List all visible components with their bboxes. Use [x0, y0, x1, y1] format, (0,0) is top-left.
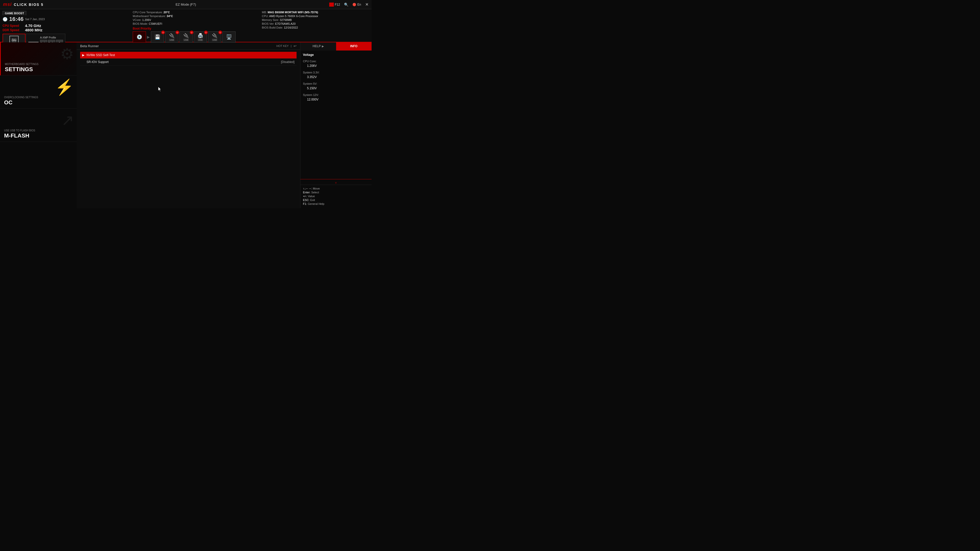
- help-tab-label: HELP: [313, 44, 321, 48]
- sys33-voltage: System 3.3V: 3.352V: [303, 70, 369, 79]
- sys5-voltage: System 5V: 5.150V: [303, 81, 369, 90]
- boot-device-1[interactable]: 💾 U: [151, 32, 164, 43]
- boot-badge-3: U: [190, 30, 193, 34]
- cpu-temp-label: CPU Core Temperature:: [133, 11, 163, 14]
- enter-help: Enter: Select: [303, 191, 369, 194]
- mb-temp-label: Motherboard Temperature:: [133, 14, 166, 17]
- sys5-label: System 5V:: [303, 82, 317, 85]
- boot-badge-2: U: [176, 30, 179, 34]
- panel-divider: [301, 179, 372, 179]
- hdd-icon: 🖥️: [226, 34, 232, 40]
- boot-device-6[interactable]: 🖥️: [222, 32, 235, 43]
- hot-key-label: HOT KEY: [277, 44, 289, 48]
- back-button[interactable]: ↩: [293, 44, 297, 48]
- usb-label-3: USB: [183, 38, 189, 41]
- main-layout: ⚙ Motherboard settings SETTINGS ⚡ Overcl…: [0, 42, 372, 208]
- boot-devices: 💿 ▶ 💾 U 🔌 USB U 🔌 USB U 🖨: [133, 32, 257, 43]
- oc-title: OC: [4, 99, 73, 106]
- memory-label: Memory Size:: [262, 18, 279, 21]
- usb-drive4-icon: 🔌: [212, 33, 218, 38]
- mflash-subtitle: Use USB to flash BIOS: [4, 129, 73, 132]
- usb-label-4: USB: [197, 38, 203, 41]
- dvd-icon: 💿: [137, 34, 142, 40]
- time-display: 16:46: [9, 16, 24, 22]
- panel-tabs: HELP ▶ INFO: [301, 42, 372, 51]
- move-help: ↑↓←→: Move: [303, 187, 369, 190]
- cpu-temp-value: 20°C: [164, 11, 170, 14]
- cpu-speed-label: CPU Speed: [3, 24, 23, 27]
- usb-label-5: USB: [212, 38, 218, 41]
- language-button[interactable]: 🔴 En: [352, 3, 361, 6]
- value-help: +/-: Value: [303, 195, 369, 198]
- menu-item-nvme[interactable]: ▶ NVMe SSD Self-Test: [80, 52, 297, 59]
- menu-item-sriov[interactable]: ▶ SR-IOV Support [Disabled]: [80, 59, 297, 65]
- screenshot-button[interactable]: F12: [329, 3, 340, 6]
- top-right-controls: F12 🔍 🔴 En ✕: [329, 2, 369, 7]
- ddr-speed-value: 4800 MHz: [25, 28, 42, 32]
- ez-mode-button[interactable]: EZ Mode (F7): [176, 3, 196, 6]
- help-tab-arrow: ▶: [322, 45, 324, 48]
- bios-mode-value: CSM/UEFI: [149, 22, 162, 25]
- boot-device-0[interactable]: 💿: [133, 32, 146, 43]
- flag-icon: 🔴: [352, 3, 356, 6]
- divider: |: [291, 44, 291, 48]
- cpu-core-v-value: 1.206V: [307, 64, 317, 68]
- boot-device-3[interactable]: 🔌 USB U: [180, 32, 192, 43]
- bios-ver-label: BIOS Ver:: [262, 22, 274, 25]
- arrow-icon-nvme: ▶: [82, 53, 84, 57]
- bios-build-label: BIOS Build Date:: [262, 26, 283, 29]
- boot-badge-4: U: [204, 30, 208, 34]
- boot-device-4[interactable]: 🖨️ USB U: [194, 32, 207, 43]
- speeds-section: CPU Speed 4.70 GHz DDR Speed 4800 MHz: [3, 24, 127, 32]
- bios-title: CLICK BIOS 5: [14, 3, 44, 6]
- ddr-speed-label: DDR Speed: [3, 28, 23, 32]
- content-header: Beta Runner HOT KEY | ↩: [76, 42, 300, 50]
- settings-subtitle: Motherboard settings: [5, 63, 73, 65]
- usb-label-2: USB: [169, 38, 175, 41]
- sys12-value: 12.000V: [307, 98, 318, 101]
- sys5-value: 5.150V: [307, 86, 317, 90]
- sriov-label: SR-IOV Support: [86, 60, 281, 64]
- close-button[interactable]: ✕: [365, 2, 369, 7]
- search-button[interactable]: 🔍: [344, 3, 348, 6]
- mb-temp-value: 34°C: [167, 14, 173, 17]
- mb-label: MB:: [262, 11, 267, 14]
- top-bar: msi CLICK BIOS 5 EZ Mode (F7) F12 🔍 🔴 En…: [0, 0, 372, 9]
- clock-icon: 🕐: [3, 17, 8, 22]
- tab-info[interactable]: INFO: [336, 42, 372, 51]
- boot-device-2[interactable]: 🔌 USB U: [165, 32, 178, 43]
- content-body: ▶ NVMe SSD Self-Test ▶ SR-IOV Support [D…: [76, 50, 300, 208]
- sidebar: ⚙ Motherboard settings SETTINGS ⚡ Overcl…: [0, 42, 76, 208]
- vcore-label: VCore:: [133, 18, 142, 21]
- settings-title: SETTINGS: [5, 66, 73, 73]
- f1-help: F1: General Help: [303, 202, 369, 205]
- game-boost-label: GAME BOOST: [3, 11, 26, 15]
- header-center: CPU Core Temperature: 20°C Motherboard T…: [130, 9, 259, 42]
- boot-device-5[interactable]: 🔌 USB U: [208, 32, 221, 43]
- voltage-title: Voltage: [303, 53, 369, 57]
- msi-logo: msi: [3, 2, 12, 7]
- sys12-label: System 12V:: [303, 94, 319, 97]
- cpu-label2: CPU:: [262, 14, 269, 17]
- right-panel: HELP ▶ INFO Voltage CPU Core: 1.206V Sys…: [300, 42, 372, 208]
- sys12-voltage: System 12V: 12.000V: [303, 92, 369, 102]
- tab-help[interactable]: HELP ▶: [301, 42, 336, 51]
- boot-priority-label: Boot Priority: [133, 27, 257, 30]
- sidebar-item-mflash[interactable]: ↗ Use USB to flash BIOS M-FLASH: [0, 109, 76, 142]
- cpu-value: AMD Ryzen 5 7600X 6-Core Processor: [269, 14, 318, 17]
- settings-bg-icon: ⚙: [60, 45, 74, 63]
- boot-priority-section: Boot Priority 💿 ▶ 💾 U 🔌 USB U 🔌: [133, 27, 257, 43]
- header-area: GAME BOOST 🕐 16:46 Sat 7 Jan, 2023 CPU S…: [0, 9, 372, 42]
- sys33-value: 3.352V: [307, 75, 317, 79]
- bios-build-value: 12/16/2022: [284, 26, 298, 29]
- sidebar-item-settings[interactable]: ⚙ Motherboard settings SETTINGS: [0, 42, 76, 76]
- boot-badge-5: U: [218, 30, 222, 34]
- info-tab-label: INFO: [350, 44, 358, 48]
- arrow-icon-sriov: ▶: [82, 60, 84, 64]
- search-icon: 🔍: [344, 3, 348, 6]
- usb-drive2-icon: 🔌: [183, 33, 189, 38]
- sidebar-item-oc[interactable]: ⚡ Overclocking settings OC: [0, 76, 76, 109]
- section-label: Beta Runner: [80, 44, 99, 48]
- panel-footer: ↑↓←→: Move Enter: Select +/-: Value ESC:…: [301, 185, 372, 208]
- panel-body: Voltage CPU Core: 1.206V System 3.3V: 3.…: [301, 51, 372, 178]
